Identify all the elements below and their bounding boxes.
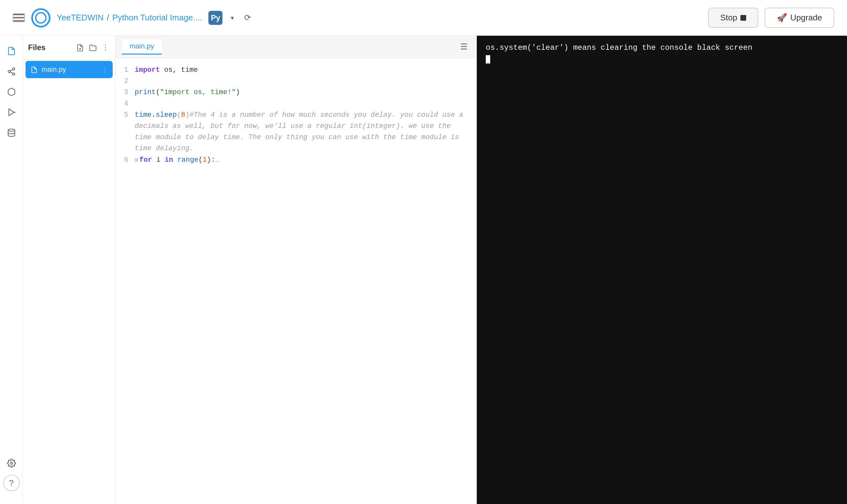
line-content-2 xyxy=(135,76,476,87)
code-editor: main.py ☰ 1 import os, time 2 3 print("i… xyxy=(116,36,477,504)
sidebar-item-files[interactable] xyxy=(3,42,20,60)
breadcrumb-user[interactable]: YeeTEDWIN xyxy=(57,13,103,23)
code-line-2: 2 xyxy=(116,76,476,87)
breadcrumb-project[interactable]: Python Tutorial Image.... xyxy=(112,13,202,23)
sidebar-item-share[interactable] xyxy=(3,62,20,80)
line-number-1: 1 xyxy=(116,65,135,76)
console-panel: os.system('clear') means clearing the co… xyxy=(477,36,847,504)
header-right: Stop 🚀 Upgrade xyxy=(708,8,834,28)
sidebar-item-settings[interactable] xyxy=(3,454,20,472)
console-cursor xyxy=(486,55,490,64)
editor-tab-menu-button[interactable]: ☰ xyxy=(458,39,470,54)
line-content-6: ⊞for i in range(1):… xyxy=(135,155,476,165)
file-item-more-button[interactable]: ⋮ xyxy=(101,66,108,73)
rocket-icon: 🚀 xyxy=(777,13,787,23)
code-line-4: 4 xyxy=(116,98,476,109)
line-content-4 xyxy=(135,98,476,109)
line-number-6: 6 xyxy=(116,155,135,165)
svg-point-0 xyxy=(13,68,15,70)
header: YeeTEDWIN / Python Tutorial Image.... Py… xyxy=(0,0,847,36)
file-panel-title: Files xyxy=(28,43,72,52)
code-content[interactable]: 1 import os, time 2 3 print("import os, … xyxy=(116,58,476,504)
line-number-2: 2 xyxy=(116,76,135,87)
svg-line-4 xyxy=(10,70,13,71)
sidebar-item-packages[interactable] xyxy=(3,83,20,101)
svg-point-7 xyxy=(8,129,15,131)
code-line-3: 3 print("import os, time!") xyxy=(116,87,476,98)
sidebar-bottom: ? xyxy=(3,454,20,498)
file-item-main-py[interactable]: main.py ⋮ xyxy=(25,61,113,78)
svg-point-1 xyxy=(8,71,10,73)
upgrade-button[interactable]: 🚀 Upgrade xyxy=(765,8,834,28)
history-button[interactable]: ⟳ xyxy=(242,11,253,24)
editor-tab-label: main.py xyxy=(129,42,154,50)
help-button[interactable]: ? xyxy=(3,475,20,491)
header-left: YeeTEDWIN / Python Tutorial Image.... Py… xyxy=(13,8,701,28)
svg-marker-5 xyxy=(8,109,14,116)
line-number-4: 4 xyxy=(116,98,135,109)
stop-button[interactable]: Stop xyxy=(708,8,759,28)
editor-tab-main-py[interactable]: main.py xyxy=(122,39,162,55)
line-content-5: time.sleep(8)#The 4 is a number of how m… xyxy=(135,109,476,155)
svg-point-2 xyxy=(13,73,15,75)
svg-line-3 xyxy=(10,72,13,74)
new-folder-button[interactable] xyxy=(88,42,98,53)
breadcrumb: YeeTEDWIN / Python Tutorial Image.... xyxy=(57,13,202,23)
hamburger-button[interactable] xyxy=(13,13,25,22)
breadcrumb-separator: / xyxy=(107,13,109,23)
console-output: os.system('clear') means clearing the co… xyxy=(477,36,847,504)
line-number-5: 5 xyxy=(116,109,135,121)
editor-tabs: main.py ☰ xyxy=(116,36,476,58)
main-area: ? Files ⋮ xyxy=(0,36,847,504)
python-icon: Py xyxy=(208,11,223,25)
code-line-6: 6 ⊞for i in range(1):… xyxy=(116,155,476,165)
file-panel-actions: ⋮ xyxy=(75,42,110,53)
file-panel-header: Files ⋮ xyxy=(23,36,115,60)
project-dropdown-button[interactable]: ▾ xyxy=(229,12,236,24)
file-item-icon xyxy=(31,66,38,74)
code-line-1: 1 import os, time xyxy=(116,65,476,76)
line-content-1: import os, time xyxy=(135,65,476,76)
code-line-5: 5 time.sleep(8)#The 4 is a number of how… xyxy=(116,109,476,155)
sidebar-item-database[interactable] xyxy=(3,124,20,142)
stop-square-icon xyxy=(740,15,746,21)
file-item-name: main.py xyxy=(41,66,97,74)
logo xyxy=(31,8,50,28)
line-number-3: 3 xyxy=(116,87,135,98)
line-content-3: print("import os, time!") xyxy=(135,87,476,98)
upgrade-label: Upgrade xyxy=(790,13,822,23)
stop-label: Stop xyxy=(720,13,738,23)
new-file-button[interactable] xyxy=(75,42,85,53)
svg-point-8 xyxy=(10,462,13,465)
logo-inner xyxy=(35,12,47,24)
file-panel: Files ⋮ xyxy=(23,36,116,504)
more-options-button[interactable]: ⋮ xyxy=(101,42,110,53)
sidebar-item-run[interactable] xyxy=(3,103,20,121)
console-output-text: os.system('clear') means clearing the co… xyxy=(486,43,752,52)
sidebar: ? xyxy=(0,36,23,504)
